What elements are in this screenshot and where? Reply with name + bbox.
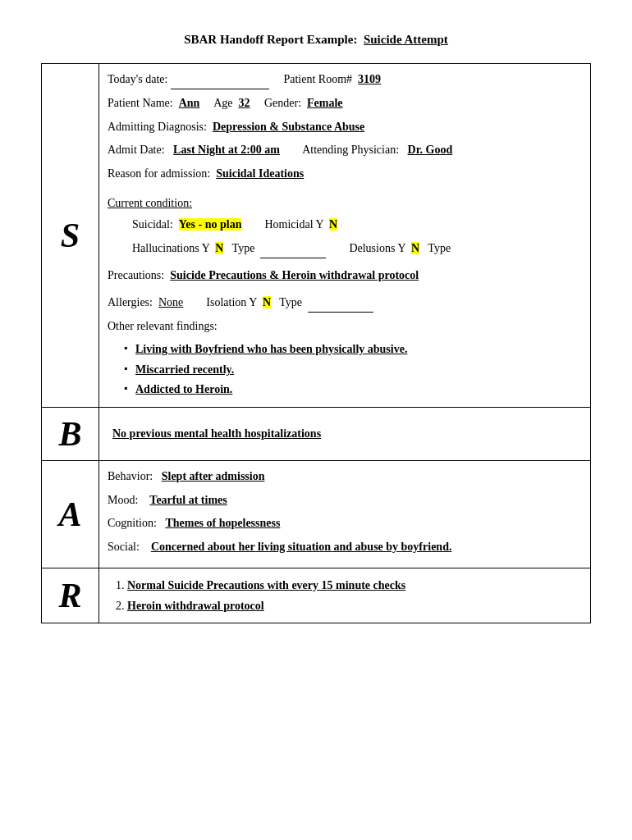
admit-dx-line: Admitting Diagnosis: Depression & Substa… — [108, 118, 582, 136]
age-value: 32 — [238, 97, 250, 109]
gender-value: Female — [307, 97, 343, 109]
a-letter-text: A — [58, 495, 81, 533]
mood-value: Tearful at times — [149, 494, 227, 506]
mood-label: Mood: — [108, 494, 138, 506]
allergies-line: Allergies: None Isolation Y N Type — [108, 294, 582, 313]
bullet3-text: Addicted to Heroin. — [135, 383, 232, 395]
hallucinations-label: Hallucinations Y — [132, 242, 209, 254]
s-letter-text: S — [61, 217, 80, 254]
gender-label: Gender: — [264, 97, 301, 109]
admit-date-line: Admit Date: Last Night at 2:00 am Attend… — [108, 141, 582, 159]
reason-line: Reason for admission: Suicidal Ideations — [108, 165, 582, 183]
behavior-line: Behavior: Slept after admission — [108, 468, 582, 486]
reason-label: Reason for admission: — [108, 167, 210, 180]
hallucinations-n: N — [215, 242, 223, 254]
r-letter-text: R — [58, 577, 81, 614]
other-findings-label: Other relevant findings: — [108, 317, 582, 336]
bullet-item-2: Miscarried recently. — [124, 361, 582, 379]
social-value: Concerned about her living situation and… — [151, 541, 452, 553]
precautions-value: Suicide Precautions & Heroin withdrawal … — [170, 269, 419, 281]
cognition-line: Cognition: Themes of hopelessness — [108, 514, 582, 532]
suicidal-label: Suicidal: — [132, 218, 173, 231]
isolation-type-label: Type — [279, 296, 302, 308]
current-condition-text: Current condition: — [108, 197, 192, 209]
homicidal-label: Homicidal Y — [264, 218, 323, 231]
bullet2-text: Miscarried recently. — [135, 363, 234, 376]
homicidal-n: N — [329, 218, 337, 231]
attending-label: Attending Physician: — [302, 144, 399, 156]
b-letter: B — [42, 408, 99, 461]
delusions-n: N — [411, 242, 419, 254]
reason-value: Suicidal Ideations — [216, 167, 304, 180]
admit-dx-label: Admitting Diagnosis: — [108, 121, 207, 133]
bullet-item-3: Addicted to Heroin. — [124, 381, 582, 399]
r-item-1: Normal Suicide Precautions with every 15… — [127, 575, 582, 596]
behavior-label: Behavior: — [108, 470, 153, 482]
b-content: No previous mental health hospitalizatio… — [99, 408, 591, 461]
cognition-value: Themes of hopelessness — [165, 517, 280, 529]
allergies-value: None — [158, 296, 183, 308]
bullet1-text: Living with Boyfriend who has been physi… — [135, 343, 407, 355]
social-label: Social: — [108, 541, 140, 553]
age-label: Age — [213, 97, 232, 109]
r-item2-text: Heroin withdrawal protocol — [127, 600, 264, 612]
a-letter: A — [42, 461, 99, 568]
other-findings-list: Living with Boyfriend who has been physi… — [108, 340, 582, 399]
precautions-line: Precautions: Suicide Precautions & Heroi… — [108, 267, 582, 285]
other-findings-text: Other relevant findings: — [108, 320, 218, 332]
current-condition-label: Current condition: — [108, 194, 582, 212]
isolation-label: Isolation Y — [206, 296, 257, 308]
admit-date-value: Last Night at 2:00 am — [173, 144, 280, 156]
r-list: Normal Suicide Precautions with every 15… — [108, 575, 582, 616]
todays-date-line: Today's date: Patient Room# 3109 — [108, 71, 582, 89]
r-content: Normal Suicide Precautions with every 15… — [99, 568, 591, 623]
patient-room-value: 3109 — [358, 73, 381, 85]
r-item-2: Heroin withdrawal protocol — [127, 596, 582, 616]
delusions-type-label: Type — [428, 242, 451, 254]
b-row: B No previous mental health hospitalizat… — [42, 408, 591, 461]
allergies-label: Allergies: — [108, 296, 153, 308]
patient-name-value: Ann — [179, 97, 200, 109]
page-title: SBAR Handoff Report Example: Suicide Att… — [41, 33, 591, 47]
patient-room-label: Patient Room# — [283, 73, 352, 85]
b-content-text: No previous mental health hospitalizatio… — [112, 427, 321, 440]
r-row: R Normal Suicide Precautions with every … — [42, 568, 591, 623]
s-content: Today's date: Patient Room# 3109 Patient… — [99, 64, 591, 408]
precautions-label: Precautions: — [108, 269, 164, 281]
hallucinations-blank — [260, 240, 326, 258]
suicidal-line: Suicidal: Yes - no plan Homicidal Y N — [108, 216, 582, 234]
social-line: Social: Concerned about her living situa… — [108, 538, 582, 556]
admit-date-label: Admit Date: — [108, 144, 165, 156]
patient-name-label: Patient Name: — [108, 97, 173, 109]
b-letter-text: B — [58, 415, 81, 453]
s-letter: S — [42, 64, 99, 408]
r-letter: R — [42, 568, 99, 623]
bullet-item-1: Living with Boyfriend who has been physi… — [124, 340, 582, 358]
todays-date-blank — [171, 71, 269, 89]
hallucinations-type-label: Type — [232, 242, 255, 254]
s-row: S Today's date: Patient Room# 3109 Patie… — [42, 64, 591, 408]
r-item1-text: Normal Suicide Precautions with every 15… — [127, 579, 405, 591]
patient-name-line: Patient Name: Ann Age 32 Gender: Female — [108, 94, 582, 112]
cognition-label: Cognition: — [108, 517, 157, 529]
title-underlined: Suicide Attempt — [364, 33, 448, 46]
title-prefix: SBAR Handoff Report Example: — [184, 33, 357, 46]
admit-dx-value: Depression & Substance Abuse — [213, 121, 364, 133]
a-content: Behavior: Slept after admission Mood: Te… — [99, 461, 591, 568]
mood-line: Mood: Tearful at times — [108, 491, 582, 509]
a-row: A Behavior: Slept after admission Mood: … — [42, 461, 591, 568]
todays-date-label: Today's date: — [108, 73, 167, 85]
attending-value: Dr. Good — [408, 144, 453, 156]
isolation-blank — [308, 294, 373, 313]
behavior-value: Slept after admission — [162, 470, 265, 482]
sbar-table: S Today's date: Patient Room# 3109 Patie… — [41, 63, 591, 623]
suicidal-value: Yes - no plan — [179, 218, 242, 231]
hallucinations-line: Hallucinations Y N Type Delusions Y N Ty… — [108, 240, 582, 258]
delusions-label: Delusions Y — [349, 242, 405, 254]
isolation-n: N — [263, 296, 271, 308]
